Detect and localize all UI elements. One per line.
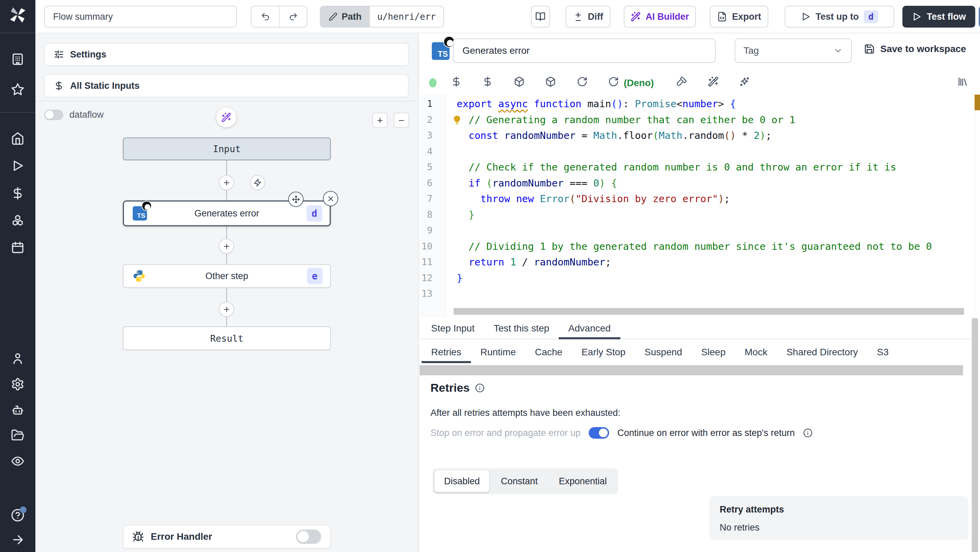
package-icon[interactable] [514, 76, 525, 87]
panel-vertical-scrollbar[interactable] [972, 318, 978, 552]
zoom-in-button[interactable]: + [372, 113, 388, 128]
runs-play-icon[interactable] [11, 159, 24, 173]
ai-sparkles-icon[interactable] [739, 76, 750, 87]
code-line[interactable]: 2 // Generating a random number that can… [420, 112, 980, 128]
path-control: Path u/henri/err [320, 6, 444, 27]
subtab-retries[interactable]: Retries [422, 339, 471, 365]
package-icon[interactable] [545, 76, 556, 87]
home-icon[interactable] [11, 132, 24, 145]
edit-path-button[interactable]: Path [321, 6, 370, 27]
code-line[interactable]: 4 [420, 144, 980, 160]
tab-test-this-step[interactable]: Test this step [484, 318, 559, 339]
subtab-sleep[interactable]: Sleep [692, 339, 735, 365]
retry-mode-constant[interactable]: Constant [492, 470, 547, 492]
workers-robot-icon[interactable] [11, 403, 24, 417]
reload-icon[interactable] [577, 76, 588, 87]
tab-advanced[interactable]: Advanced [559, 318, 620, 339]
subtab-mock[interactable]: Mock [735, 339, 777, 365]
runtime-label[interactable]: (Deno) [624, 78, 654, 89]
subtab-early-stop[interactable]: Early Stop [572, 339, 635, 365]
retries-title: Retries [430, 381, 469, 395]
code-horizontal-scrollbar[interactable] [453, 308, 964, 315]
retry-mode-disabled[interactable]: Disabled [434, 470, 489, 492]
docs-button[interactable] [531, 6, 550, 27]
info-icon[interactable] [803, 428, 813, 437]
save-icon [864, 44, 875, 54]
all-static-inputs-button[interactable]: All Static Inputs [44, 74, 409, 97]
trigger-zap-button[interactable] [250, 175, 265, 190]
insert-step-button[interactable] [219, 302, 234, 317]
subtab-cache[interactable]: Cache [525, 339, 572, 365]
flow-node-result[interactable]: Result [123, 326, 331, 350]
retry-mode-exponential[interactable]: Exponential [549, 470, 616, 492]
ai-flow-wand-button[interactable] [216, 108, 236, 127]
subtab-shared-directory[interactable]: Shared Directory [777, 339, 867, 365]
diff-button[interactable]: Diff [566, 6, 611, 27]
folders-icon[interactable] [11, 428, 24, 442]
insert-step-button[interactable] [219, 239, 234, 254]
code-lines: 1export async function main(): Promise<n… [420, 96, 980, 302]
subtab-s3[interactable]: S3 [867, 339, 898, 365]
variables-dollar-icon[interactable] [451, 76, 462, 87]
schedules-calendar-icon[interactable] [11, 240, 24, 254]
code-line[interactable]: 9 [420, 223, 980, 239]
flow-node-input[interactable]: Input [123, 137, 331, 160]
ai-wand-icon[interactable] [708, 76, 719, 87]
subtab-runtime[interactable]: Runtime [471, 339, 525, 365]
subtab-suspend[interactable]: Suspend [635, 339, 692, 365]
workspace-icon[interactable] [11, 52, 24, 66]
typescript-deno-icon: TS [432, 42, 450, 60]
code-line[interactable]: 5 // Check if the generated random numbe… [420, 159, 980, 175]
flow-node-other-step[interactable]: Other step e [123, 264, 331, 288]
step-name-input[interactable] [453, 38, 716, 63]
ai-builder-button[interactable]: AI Builder [624, 6, 696, 27]
code-line[interactable]: 10 // Dividing 1 by the generated random… [420, 239, 980, 255]
undo-button[interactable] [251, 6, 279, 27]
code-line[interactable]: 13 [420, 286, 980, 302]
code-line[interactable]: 11 return 1 / randomNumber; [420, 254, 980, 270]
tab-step-input[interactable]: Step Input [422, 318, 484, 339]
user-icon[interactable] [11, 352, 24, 365]
library-icon[interactable] [957, 76, 968, 87]
error-handler-toggle[interactable] [296, 530, 321, 544]
favorites-star-icon[interactable] [11, 83, 24, 96]
expand-sidebar-arrow-icon[interactable] [11, 533, 24, 547]
lightbulb-icon[interactable] [452, 115, 463, 125]
help-icon[interactable] [11, 508, 24, 522]
test-up-to-button[interactable]: Test up to d [785, 6, 894, 27]
flow-settings-button[interactable]: Settings [44, 43, 409, 66]
resources-cubes-icon[interactable] [11, 214, 24, 227]
windmill-logo-icon[interactable] [8, 5, 28, 25]
redo-button[interactable] [279, 6, 307, 27]
format-brush-icon[interactable] [676, 76, 687, 87]
delete-node-button[interactable] [323, 191, 338, 206]
resources-dollar-icon[interactable] [482, 76, 493, 87]
code-line[interactable]: 3 const randomNumber = Math.floor(Math.r… [420, 127, 980, 144]
reload-runtime-icon[interactable] [608, 76, 619, 87]
code-line[interactable]: 6 if (randomNumber === 0) { [420, 175, 980, 191]
code-line[interactable]: 12} [420, 270, 980, 286]
insert-step-button[interactable] [219, 175, 234, 190]
error-handler-card[interactable]: Error Handler [123, 525, 331, 549]
move-node-button[interactable] [288, 192, 304, 207]
save-to-workspace-button[interactable]: Save to workspace [864, 44, 966, 54]
subtabs-horizontal-scrollbar[interactable] [420, 365, 963, 375]
settings-gear-icon[interactable] [11, 377, 24, 391]
zoom-out-button[interactable]: − [394, 113, 409, 128]
line-number: 6 [420, 175, 446, 191]
info-icon[interactable] [475, 383, 485, 393]
tag-select[interactable]: Tag [735, 38, 852, 63]
code-line[interactable]: 7 throw new Error("Division by zero erro… [420, 191, 980, 207]
code-line[interactable]: 1export async function main(): Promise<n… [420, 96, 980, 112]
export-button[interactable]: Export [710, 6, 768, 27]
variables-dollar-icon[interactable] [11, 186, 24, 200]
dataflow-toggle[interactable] [44, 110, 63, 120]
code-editor[interactable]: 1export async function main(): Promise<n… [420, 95, 980, 318]
continue-on-error-toggle[interactable] [589, 427, 609, 439]
audit-eye-icon[interactable] [11, 454, 24, 468]
code-line[interactable]: 8 } [420, 207, 980, 223]
flow-path-value[interactable]: u/henri/err [370, 6, 443, 27]
flow-summary-input[interactable] [44, 6, 237, 27]
test-flow-button[interactable]: Test flow [902, 6, 975, 27]
error-handler-label: Error Handler [151, 531, 289, 542]
